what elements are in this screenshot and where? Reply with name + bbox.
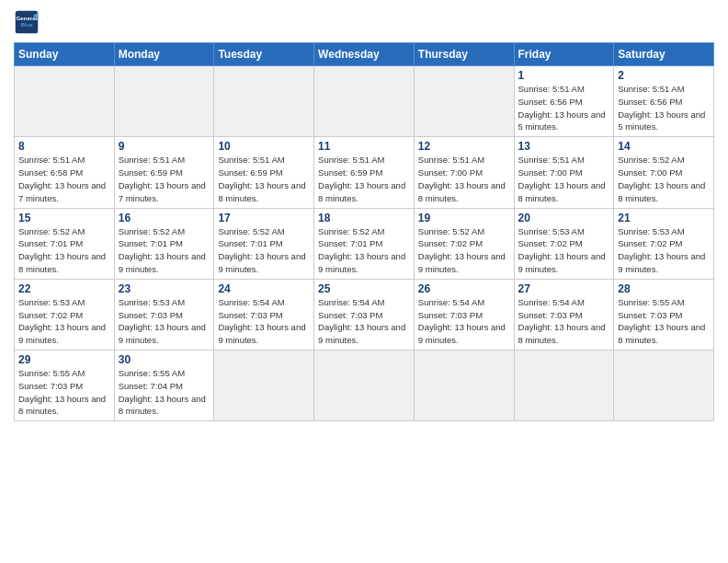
day-info: Sunrise: 5:53 AMSunset: 7:02 PMDaylight:…: [18, 297, 106, 345]
svg-text:Blue: Blue: [20, 21, 33, 28]
day-number: 9: [119, 140, 210, 153]
calendar-day-10: 10 Sunrise: 5:51 AMSunset: 6:59 PMDaylig…: [214, 137, 314, 208]
day-number: 28: [618, 282, 710, 295]
calendar-empty-cell: [414, 66, 514, 137]
day-number: 24: [218, 282, 310, 295]
day-info: Sunrise: 5:51 AMSunset: 6:59 PMDaylight:…: [318, 155, 405, 202]
day-info: Sunrise: 5:55 AMSunset: 7:03 PMDaylight:…: [618, 297, 705, 345]
day-number: 22: [18, 282, 110, 295]
day-info: Sunrise: 5:52 AMSunset: 7:00 PMDaylight:…: [618, 155, 705, 202]
calendar-day-11: 11 Sunrise: 5:51 AMSunset: 6:59 PMDaylig…: [314, 137, 415, 208]
day-number: 15: [18, 212, 110, 224]
calendar-day-27: 27 Sunrise: 5:54 AMSunset: 7:03 PMDaylig…: [514, 279, 614, 350]
day-number: 25: [318, 282, 410, 295]
day-info: Sunrise: 5:55 AMSunset: 7:03 PMDaylight:…: [18, 368, 106, 416]
calendar-header-sunday: Sunday: [15, 43, 115, 66]
day-info: Sunrise: 5:51 AMSunset: 6:59 PMDaylight:…: [119, 155, 206, 202]
day-info: Sunrise: 5:53 AMSunset: 7:02 PMDaylight:…: [518, 226, 606, 274]
day-number: 26: [418, 282, 510, 295]
calendar-header-monday: Monday: [114, 43, 214, 66]
calendar-header-saturday: Saturday: [614, 43, 714, 66]
calendar-day-25: 25 Sunrise: 5:54 AMSunset: 7:03 PMDaylig…: [314, 279, 415, 350]
calendar-day-29: 29 Sunrise: 5:55 AMSunset: 7:03 PMDaylig…: [15, 350, 115, 421]
calendar-table: SundayMondayTuesdayWednesdayThursdayFrid…: [14, 42, 714, 421]
calendar-day-19: 19 Sunrise: 5:52 AMSunset: 7:02 PMDaylig…: [414, 208, 514, 279]
day-info: Sunrise: 5:51 AMSunset: 6:56 PMDaylight:…: [518, 84, 606, 132]
day-info: Sunrise: 5:54 AMSunset: 7:03 PMDaylight:…: [218, 297, 305, 345]
calendar-day-12: 12 Sunrise: 5:51 AMSunset: 7:00 PMDaylig…: [414, 137, 514, 208]
calendar-empty-cell: [314, 66, 415, 137]
day-number: 8: [18, 140, 110, 153]
day-number: 27: [518, 282, 610, 295]
day-number: 2: [618, 69, 710, 82]
day-info: Sunrise: 5:52 AMSunset: 7:01 PMDaylight:…: [318, 226, 405, 274]
day-number: 14: [618, 140, 710, 153]
day-number: 20: [518, 212, 610, 224]
day-number: 12: [418, 140, 510, 153]
calendar-empty-cell: [414, 350, 514, 421]
day-number: 17: [218, 212, 310, 224]
day-info: Sunrise: 5:51 AMSunset: 7:00 PMDaylight:…: [518, 155, 606, 202]
calendar-day-16: 16 Sunrise: 5:52 AMSunset: 7:01 PMDaylig…: [114, 208, 214, 279]
calendar-empty-cell: [314, 350, 415, 421]
calendar-week-4: 22 Sunrise: 5:53 AMSunset: 7:02 PMDaylig…: [15, 279, 714, 350]
logo-icon: General Blue: [14, 9, 40, 35]
calendar-week-3: 15 Sunrise: 5:52 AMSunset: 7:01 PMDaylig…: [15, 208, 714, 279]
day-info: Sunrise: 5:54 AMSunset: 7:03 PMDaylight:…: [418, 297, 506, 345]
calendar-week-1: 1 Sunrise: 5:51 AMSunset: 6:56 PMDayligh…: [15, 66, 714, 137]
calendar-empty-cell: [214, 350, 314, 421]
calendar-day-14: 14 Sunrise: 5:52 AMSunset: 7:00 PMDaylig…: [614, 137, 714, 208]
calendar-day-26: 26 Sunrise: 5:54 AMSunset: 7:03 PMDaylig…: [414, 279, 514, 350]
calendar-day-2: 2 Sunrise: 5:51 AMSunset: 6:56 PMDayligh…: [614, 66, 714, 137]
logo: General Blue: [14, 9, 40, 35]
day-info: Sunrise: 5:53 AMSunset: 7:03 PMDaylight:…: [119, 297, 206, 345]
calendar-day-30: 30 Sunrise: 5:55 AMSunset: 7:04 PMDaylig…: [114, 350, 214, 421]
calendar-day-9: 9 Sunrise: 5:51 AMSunset: 6:59 PMDayligh…: [114, 137, 214, 208]
day-info: Sunrise: 5:52 AMSunset: 7:02 PMDaylight:…: [418, 226, 506, 274]
day-info: Sunrise: 5:51 AMSunset: 7:00 PMDaylight:…: [418, 155, 506, 202]
day-number: 23: [119, 282, 210, 295]
calendar-header-tuesday: Tuesday: [214, 43, 314, 66]
calendar-header-row: SundayMondayTuesdayWednesdayThursdayFrid…: [15, 43, 714, 66]
day-number: 18: [318, 212, 410, 224]
calendar-empty-cell: [15, 66, 115, 137]
calendar-day-22: 22 Sunrise: 5:53 AMSunset: 7:02 PMDaylig…: [15, 279, 115, 350]
calendar-empty-cell: [214, 66, 314, 137]
calendar-day-23: 23 Sunrise: 5:53 AMSunset: 7:03 PMDaylig…: [114, 279, 214, 350]
page: General Blue SundayMondayTuesdayWednesda…: [0, 0, 728, 563]
calendar-day-20: 20 Sunrise: 5:53 AMSunset: 7:02 PMDaylig…: [514, 208, 614, 279]
calendar-day-13: 13 Sunrise: 5:51 AMSunset: 7:00 PMDaylig…: [514, 137, 614, 208]
day-number: 13: [518, 140, 610, 153]
day-number: 16: [119, 212, 210, 224]
day-number: 1: [518, 69, 610, 82]
calendar-day-17: 17 Sunrise: 5:52 AMSunset: 7:01 PMDaylig…: [214, 208, 314, 279]
calendar-day-28: 28 Sunrise: 5:55 AMSunset: 7:03 PMDaylig…: [614, 279, 714, 350]
calendar-day-24: 24 Sunrise: 5:54 AMSunset: 7:03 PMDaylig…: [214, 279, 314, 350]
day-info: Sunrise: 5:52 AMSunset: 7:01 PMDaylight:…: [119, 226, 206, 274]
calendar-empty-cell: [614, 350, 714, 421]
day-info: Sunrise: 5:54 AMSunset: 7:03 PMDaylight:…: [518, 297, 606, 345]
calendar-week-5: 29 Sunrise: 5:55 AMSunset: 7:03 PMDaylig…: [15, 350, 714, 421]
calendar-empty-cell: [114, 66, 214, 137]
calendar-day-15: 15 Sunrise: 5:52 AMSunset: 7:01 PMDaylig…: [15, 208, 115, 279]
calendar-header-friday: Friday: [514, 43, 614, 66]
day-info: Sunrise: 5:51 AMSunset: 6:58 PMDaylight:…: [18, 155, 106, 202]
header: General Blue: [14, 9, 714, 35]
calendar-empty-cell: [514, 350, 614, 421]
calendar-day-21: 21 Sunrise: 5:53 AMSunset: 7:02 PMDaylig…: [614, 208, 714, 279]
day-info: Sunrise: 5:54 AMSunset: 7:03 PMDaylight:…: [318, 297, 405, 345]
day-info: Sunrise: 5:51 AMSunset: 6:59 PMDaylight:…: [218, 155, 305, 202]
calendar-header-thursday: Thursday: [414, 43, 514, 66]
day-number: 19: [418, 212, 510, 224]
day-number: 29: [18, 353, 110, 366]
day-info: Sunrise: 5:52 AMSunset: 7:01 PMDaylight:…: [18, 226, 106, 274]
day-number: 11: [318, 140, 410, 153]
day-number: 21: [618, 212, 710, 224]
day-info: Sunrise: 5:51 AMSunset: 6:56 PMDaylight:…: [618, 84, 705, 132]
calendar-week-2: 8 Sunrise: 5:51 AMSunset: 6:58 PMDayligh…: [15, 137, 714, 208]
calendar-day-1: 1 Sunrise: 5:51 AMSunset: 6:56 PMDayligh…: [514, 66, 614, 137]
day-number: 30: [119, 353, 210, 366]
calendar-day-18: 18 Sunrise: 5:52 AMSunset: 7:01 PMDaylig…: [314, 208, 415, 279]
day-info: Sunrise: 5:52 AMSunset: 7:01 PMDaylight:…: [218, 226, 305, 274]
day-number: 10: [218, 140, 310, 153]
